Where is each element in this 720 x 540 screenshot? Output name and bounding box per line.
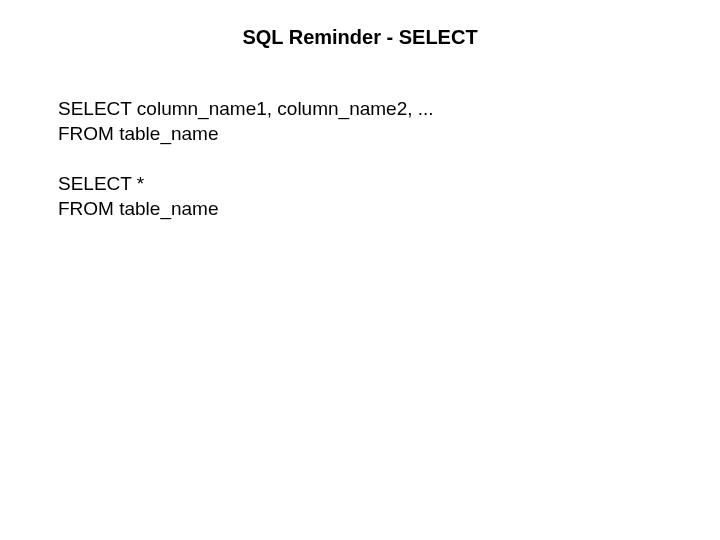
code-block-1: SELECT column_name1, column_name2, ... F… [58,97,720,146]
slide: SQL Reminder - SELECT SELECT column_name… [0,0,720,540]
code-line: SELECT column_name1, column_name2, ... [58,97,720,122]
code-line: FROM table_name [58,122,720,147]
code-line: SELECT * [58,172,720,197]
code-line: FROM table_name [58,197,720,222]
code-block-2: SELECT * FROM table_name [58,172,720,221]
slide-content: SELECT column_name1, column_name2, ... F… [0,97,720,222]
slide-title: SQL Reminder - SELECT [180,26,540,49]
